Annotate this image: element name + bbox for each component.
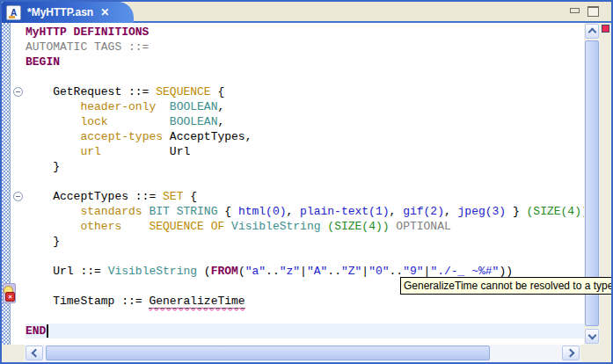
code-line[interactable]: } <box>26 234 584 249</box>
code-line[interactable]: MyHTTP DEFINITIONS <box>26 25 584 40</box>
code-line[interactable]: BEGIN <box>26 55 584 69</box>
chevron-right-icon <box>566 349 574 358</box>
code-line[interactable]: AUTOMATIC TAGS ::= <box>26 40 584 55</box>
chevron-up-icon <box>587 28 596 37</box>
code-area[interactable]: MyHTTP DEFINITIONSAUTOMATIC TAGS ::=BEGI… <box>26 23 584 345</box>
code-line[interactable]: accept-types AcceptTypes, <box>26 129 584 144</box>
code-line[interactable]: TimeStamp ::= GeneralizeTime <box>26 294 584 309</box>
code-line[interactable]: lock BOOLEAN, <box>26 114 584 129</box>
fold-collapse-icon[interactable] <box>13 192 23 201</box>
tab-myhttp[interactable]: A *MyHTTP.asn ✕ <box>2 2 134 23</box>
vertical-scrollbar[interactable] <box>584 23 600 345</box>
asn-file-icon: A <box>6 5 21 20</box>
code-line[interactable]: AcceptTypes ::= SET { <box>26 189 584 204</box>
code-line[interactable]: END <box>26 324 584 339</box>
code-line[interactable]: } <box>26 159 584 174</box>
code-line[interactable] <box>26 69 584 84</box>
tab-label: *MyHTTP.asn <box>27 6 93 18</box>
view-window-buttons <box>570 6 599 17</box>
scroll-right-button[interactable] <box>562 346 580 360</box>
bottom-left-corner <box>2 345 25 362</box>
editor-window: A *MyHTTP.asn ✕ × MyHTTP DEFINITIONSAUTO… <box>0 0 613 364</box>
horizontal-scroll-thumb[interactable] <box>46 346 490 360</box>
code-line[interactable] <box>26 249 584 264</box>
error-marker[interactable]: × <box>3 283 16 303</box>
close-icon[interactable]: ✕ <box>100 7 109 18</box>
tab-bar: A *MyHTTP.asn ✕ <box>2 2 611 23</box>
bottom-bar <box>2 345 611 362</box>
error-badge-icon: × <box>5 292 15 302</box>
text-cursor <box>47 324 48 338</box>
marker-bar: × <box>2 23 11 345</box>
code-line[interactable]: header-only BOOLEAN, <box>26 99 584 114</box>
maximize-icon[interactable] <box>587 6 599 17</box>
scroll-up-button[interactable] <box>585 24 599 39</box>
chevron-down-icon <box>587 331 596 340</box>
fold-collapse-icon[interactable] <box>13 87 23 97</box>
overview-ruler <box>600 23 611 345</box>
error-tooltip: GeneralizeTime cannot be resolved to a t… <box>400 277 613 295</box>
editor-body: × MyHTTP DEFINITIONSAUTOMATIC TAGS ::=BE… <box>2 23 611 345</box>
code-line[interactable] <box>26 309 584 324</box>
error-overview-marker[interactable] <box>602 25 609 33</box>
horizontal-scrollbar[interactable] <box>25 345 580 362</box>
minimize-icon[interactable] <box>570 8 580 13</box>
code-line[interactable]: standards BIT STRING { html(0), plain-te… <box>26 204 584 219</box>
code-line[interactable]: url Url <box>26 144 584 159</box>
code-line[interactable]: GetRequest ::= SEQUENCE { <box>26 84 584 99</box>
scroll-down-button[interactable] <box>585 329 599 344</box>
scroll-left-button[interactable] <box>26 346 43 360</box>
bottom-right-corner <box>580 345 611 362</box>
error-token: GeneralizeTime <box>149 295 244 309</box>
code-line[interactable] <box>26 174 584 189</box>
code-line[interactable]: others SEQUENCE OF VisibleString (SIZE(4… <box>26 219 584 234</box>
chevron-left-icon <box>31 349 40 358</box>
